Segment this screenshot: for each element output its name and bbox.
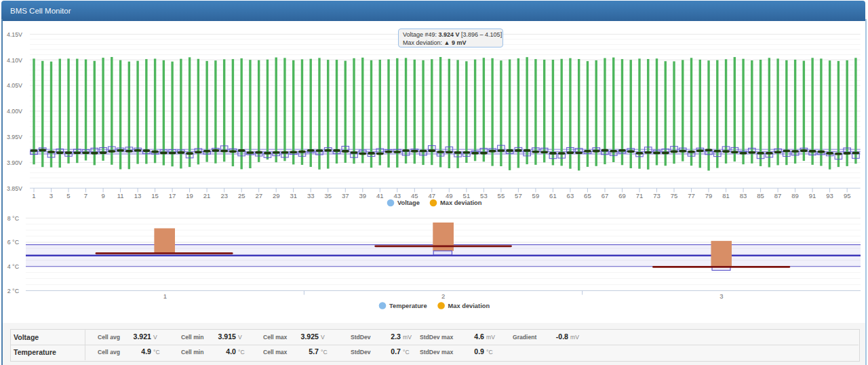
svg-text:7: 7 bbox=[84, 192, 87, 199]
svg-text:3: 3 bbox=[50, 192, 53, 199]
svg-text:73: 73 bbox=[653, 192, 660, 199]
svg-text:27: 27 bbox=[255, 192, 262, 199]
svg-text:45: 45 bbox=[411, 192, 418, 199]
svg-text:81: 81 bbox=[722, 192, 730, 199]
svg-text:15: 15 bbox=[151, 192, 159, 199]
svg-text:3.85V: 3.85V bbox=[7, 185, 22, 192]
svg-text:21: 21 bbox=[203, 192, 211, 199]
svg-text:17: 17 bbox=[169, 192, 176, 199]
svg-text:8 °C: 8 °C bbox=[7, 215, 20, 222]
svg-text:49: 49 bbox=[446, 192, 453, 199]
svg-text:51: 51 bbox=[463, 192, 471, 199]
svg-text:39: 39 bbox=[359, 192, 367, 199]
svg-text:41: 41 bbox=[376, 192, 384, 199]
svg-text:2 °C: 2 °C bbox=[7, 288, 20, 294]
svg-text:3: 3 bbox=[719, 292, 723, 300]
svg-text:71: 71 bbox=[636, 192, 644, 199]
svg-text:1: 1 bbox=[32, 192, 35, 199]
svg-text:33: 33 bbox=[307, 192, 315, 199]
svg-text:75: 75 bbox=[671, 192, 678, 199]
svg-text:93: 93 bbox=[826, 192, 833, 199]
svg-text:63: 63 bbox=[567, 192, 574, 199]
svg-text:55: 55 bbox=[498, 192, 505, 199]
svg-text:67: 67 bbox=[601, 192, 609, 199]
svg-text:53: 53 bbox=[480, 192, 488, 199]
svg-text:4 °C: 4 °C bbox=[7, 263, 20, 270]
svg-text:4.10V: 4.10V bbox=[7, 57, 22, 64]
svg-text:47: 47 bbox=[429, 192, 436, 199]
svg-text:1: 1 bbox=[163, 292, 167, 300]
svg-text:3.95V: 3.95V bbox=[7, 134, 22, 140]
svg-text:Max deviation: Max deviation bbox=[440, 199, 482, 206]
svg-text:25: 25 bbox=[238, 192, 245, 199]
svg-text:35: 35 bbox=[324, 192, 332, 199]
svg-text:4.05V: 4.05V bbox=[7, 82, 22, 89]
svg-text:19: 19 bbox=[186, 192, 193, 199]
svg-text:79: 79 bbox=[705, 192, 713, 199]
svg-text:77: 77 bbox=[688, 192, 695, 199]
svg-text:43: 43 bbox=[394, 192, 401, 199]
svg-text:5: 5 bbox=[66, 192, 70, 199]
svg-text:11: 11 bbox=[117, 192, 124, 199]
svg-text:31: 31 bbox=[290, 192, 297, 199]
svg-text:2: 2 bbox=[441, 292, 445, 300]
svg-text:59: 59 bbox=[532, 192, 540, 199]
svg-text:4.00V: 4.00V bbox=[7, 108, 22, 115]
svg-text:Temperature: Temperature bbox=[389, 303, 427, 309]
svg-text:87: 87 bbox=[774, 192, 782, 199]
svg-text:Max deviation: Max deviation bbox=[448, 303, 490, 309]
svg-text:Voltage: Voltage bbox=[397, 199, 420, 206]
svg-text:85: 85 bbox=[757, 192, 764, 199]
svg-text:65: 65 bbox=[584, 192, 591, 199]
svg-text:69: 69 bbox=[618, 192, 626, 199]
svg-text:91: 91 bbox=[809, 192, 816, 199]
svg-text:3.90V: 3.90V bbox=[7, 159, 22, 166]
svg-text:37: 37 bbox=[342, 192, 349, 199]
svg-text:9: 9 bbox=[101, 192, 104, 199]
svg-text:57: 57 bbox=[515, 192, 522, 199]
svg-text:23: 23 bbox=[220, 192, 228, 199]
svg-text:89: 89 bbox=[791, 192, 799, 199]
svg-text:83: 83 bbox=[740, 192, 747, 199]
svg-text:4.15V: 4.15V bbox=[7, 31, 22, 38]
svg-text:61: 61 bbox=[549, 192, 557, 199]
svg-text:29: 29 bbox=[273, 192, 280, 199]
svg-text:95: 95 bbox=[844, 192, 851, 199]
svg-text:6 °C: 6 °C bbox=[7, 239, 20, 246]
svg-text:13: 13 bbox=[134, 192, 142, 199]
